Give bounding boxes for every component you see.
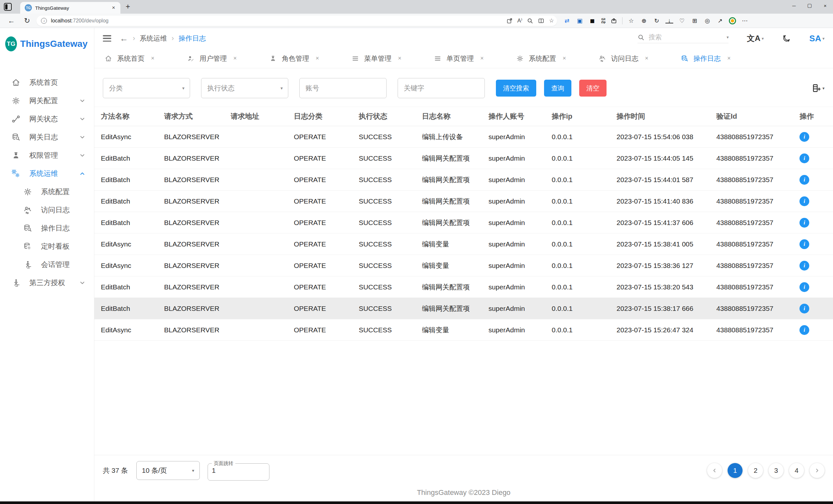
content-spacer [94, 341, 833, 455]
prev-page-button[interactable] [707, 463, 722, 478]
info-icon[interactable]: i [800, 196, 809, 206]
more-menu-icon[interactable]: ⋯ [741, 17, 749, 24]
tab-close-icon[interactable]: × [645, 55, 648, 62]
breadcrumb-level2[interactable]: 操作日志 [178, 34, 206, 43]
info-icon[interactable]: i [800, 175, 809, 185]
sidebar-item-gateway-status[interactable]: 网关状态 [0, 110, 94, 128]
page-back-icon[interactable]: ← [120, 33, 128, 44]
info-icon[interactable]: i [800, 304, 809, 313]
tab-access-log[interactable]: 访问日志 × [594, 54, 676, 63]
caret-down-icon: ▾ [281, 85, 283, 91]
sidebar-item-scheduled-board[interactable]: 定时看板 [0, 237, 94, 256]
zoom-icon[interactable] [527, 18, 533, 24]
info-icon[interactable]: i [800, 132, 809, 142]
read-aloud-icon[interactable]: A⁾ [517, 17, 523, 24]
keyword-input[interactable] [404, 84, 479, 92]
favorite-star-icon[interactable]: ☆ [549, 17, 554, 24]
extensions-puzzle-icon[interactable] [611, 17, 617, 24]
apps-grid-icon[interactable]: ⊞ [691, 17, 698, 24]
sidebar-item-gateway-config[interactable]: 网关配置 [0, 92, 94, 110]
add-device-icon[interactable]: ⊕ [640, 17, 648, 24]
brand[interactable]: TG ThingsGateway [0, 34, 94, 54]
sidebar-item-system-config[interactable]: 系统配置 [0, 183, 94, 201]
clear-button[interactable]: 清空 [579, 80, 606, 97]
user-menu[interactable]: SA ▾ [809, 33, 825, 44]
theme-toggle[interactable] [782, 34, 791, 43]
info-icon[interactable]: i [800, 153, 809, 163]
blue-box-extension-icon[interactable]: ▣ [576, 17, 584, 24]
next-page-button[interactable] [810, 463, 825, 478]
sidebar-item-gateway-log[interactable]: 网关日志 [0, 128, 94, 146]
minimize-button[interactable]: ─ [786, 0, 802, 11]
page-jump-input[interactable] [212, 467, 265, 474]
browser-tab[interactable]: TG ThingsGateway × [20, 2, 120, 14]
page-number-button[interactable]: 2 [748, 463, 763, 478]
browser-profile-icon[interactable] [729, 17, 736, 24]
collections-icon[interactable]: ☆ [627, 17, 635, 24]
gitzip-extension-icon[interactable]: GitZip [601, 18, 605, 24]
tab-menu-management[interactable]: 菜单管理 × [347, 54, 429, 63]
browser-refresh-icon[interactable]: ↻ [20, 17, 34, 25]
account-input[interactable] [306, 84, 381, 92]
tab-close-icon[interactable]: × [316, 55, 319, 62]
tab-close-icon[interactable]: × [563, 55, 566, 62]
cell-operation-time: 2023-07-15 15:38:41 005 [610, 233, 710, 255]
tab-close-icon[interactable]: × [233, 55, 237, 62]
header-search[interactable]: ▾ [638, 33, 729, 43]
breadcrumb-level1[interactable]: 系统运维 [140, 34, 167, 43]
tab-system-config[interactable]: 系统配置 × [512, 54, 594, 63]
sidebar-item-permission[interactable]: 权限管理 [0, 146, 94, 165]
share-icon[interactable]: ↗ [716, 17, 724, 24]
new-tab-button[interactable]: + [126, 2, 130, 11]
info-icon[interactable]: i [800, 218, 809, 228]
category-select[interactable]: 分类 ▾ [103, 78, 190, 98]
browser-back-icon[interactable]: ← [3, 17, 20, 25]
close-button[interactable]: × [817, 0, 833, 11]
address-bar[interactable]: i localhost:7200/dev/oplog A⁾ ☆ [37, 16, 557, 26]
search-input[interactable] [648, 33, 726, 41]
sidebar-item-system-home[interactable]: 系统首页 [0, 74, 94, 92]
sidebar-item-session-management[interactable]: 会话管理 [0, 256, 94, 274]
url-text[interactable]: localhost:7200/dev/oplog [51, 18, 506, 24]
page-size-select[interactable]: 10 条/页 ▾ [136, 461, 200, 480]
tab-close-icon[interactable]: × [151, 55, 154, 62]
tab-operation-log[interactable]: 操作日志 × [676, 54, 759, 63]
sync-extension-icon[interactable]: ⇄ [563, 17, 571, 24]
open-external-icon[interactable] [506, 18, 513, 24]
history-icon[interactable]: ↻ [653, 17, 661, 24]
sidebar-item-operation-log[interactable]: 操作日志 [0, 219, 94, 237]
tab-close-icon[interactable]: × [110, 4, 117, 12]
tab-single-page-management[interactable]: 单页管理 × [429, 54, 512, 63]
language-switcher[interactable]: 文A ▾ [747, 33, 764, 44]
maximize-button[interactable]: ▢ [802, 0, 817, 11]
tab-user-management[interactable]: 用户管理 × [183, 54, 265, 63]
wallet-badge-icon[interactable]: ◎ [704, 17, 711, 24]
tab-close-icon[interactable]: × [727, 55, 731, 62]
downloads-icon[interactable]: ↓ [665, 18, 673, 23]
column-settings-button[interactable]: ▾ [811, 83, 825, 93]
site-info-icon[interactable]: i [41, 18, 47, 24]
sidebar-item-third-party-auth[interactable]: 第三方授权 [0, 274, 94, 292]
clear-search-button[interactable]: 清空搜索 [496, 80, 536, 97]
footer-copyright: ThingsGateway ©2023 Diego [94, 485, 833, 501]
query-button[interactable]: 查询 [544, 80, 571, 97]
info-icon[interactable]: i [800, 261, 809, 271]
info-icon[interactable]: i [800, 325, 809, 335]
info-icon[interactable]: i [800, 282, 809, 292]
split-screen-icon[interactable] [538, 18, 544, 24]
dark-extension-icon[interactable]: ◼ [588, 17, 596, 24]
info-icon[interactable]: i [800, 239, 809, 249]
menu-toggle-icon[interactable] [103, 35, 111, 42]
sidebar-item-access-log[interactable]: 访问日志 [0, 201, 94, 219]
page-number-button[interactable]: 4 [789, 463, 804, 478]
browser-essentials-icon[interactable]: ♡ [678, 17, 686, 24]
page-number-button[interactable]: 1 [728, 463, 742, 478]
exec-status-select[interactable]: 执行状态 ▾ [201, 78, 288, 98]
tab-system-home[interactable]: 系统首页 × [100, 54, 183, 63]
page-number-button[interactable]: 3 [768, 463, 784, 478]
tab-close-icon[interactable]: × [398, 55, 402, 62]
tab-role-management[interactable]: 角色管理 × [265, 54, 347, 63]
tab-close-icon[interactable]: × [480, 55, 484, 62]
tab-workspaces-icon[interactable] [4, 3, 12, 11]
sidebar-item-system-ops[interactable]: 系统运维 [0, 165, 94, 183]
